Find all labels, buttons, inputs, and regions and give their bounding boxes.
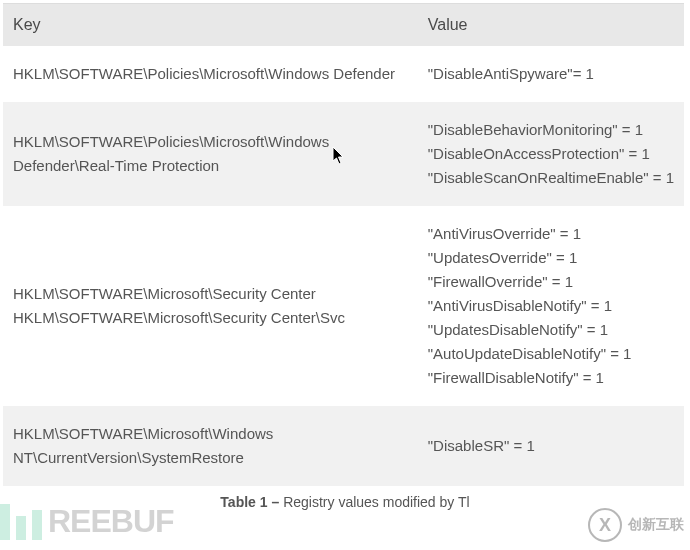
value-text: "DisableScanOnRealtimeEnable" = 1 [428, 166, 674, 190]
value-text: "UpdatesOverride" = 1 [428, 246, 674, 270]
value-text: "DisableBehaviorMonitoring" = 1 [428, 118, 674, 142]
value-text: "DisableAntiSpyware"= 1 [428, 62, 674, 86]
key-text: HKLM\SOFTWARE\Policies\Microsoft\Windows… [13, 130, 408, 178]
header-key: Key [3, 4, 418, 47]
key-cell: HKLM\SOFTWARE\Microsoft\Windows NT\Curre… [3, 406, 418, 486]
value-text: "AutoUpdateDisableNotify" = 1 [428, 342, 674, 366]
value-cell: "DisableBehaviorMonitoring" = 1 "Disable… [418, 102, 684, 206]
watermark-right-text: 创新互联 [628, 516, 684, 534]
caption-label: Table 1 – [220, 494, 283, 510]
key-text: HKLM\SOFTWARE\Policies\Microsoft\Windows… [13, 62, 408, 86]
key-text: HKLM\SOFTWARE\Microsoft\Security Center [13, 282, 408, 306]
table-row: HKLM\SOFTWARE\Policies\Microsoft\Windows… [3, 46, 684, 102]
key-cell: HKLM\SOFTWARE\Policies\Microsoft\Windows… [3, 102, 418, 206]
value-text: "UpdatesDisableNotify" = 1 [428, 318, 674, 342]
registry-table: Key Value HKLM\SOFTWARE\Policies\Microso… [3, 3, 684, 486]
table-caption: Table 1 – Registry values modified by Tl [0, 486, 690, 510]
watermark-glyph-icon: X [588, 508, 622, 542]
key-cell: HKLM\SOFTWARE\Microsoft\Security Center … [3, 206, 418, 406]
key-text: HKLM\SOFTWARE\Microsoft\Security Center\… [13, 306, 408, 330]
value-text: "AntiVirusOverride" = 1 [428, 222, 674, 246]
key-text: HKLM\SOFTWARE\Microsoft\Windows NT\Curre… [13, 422, 408, 470]
key-cell: HKLM\SOFTWARE\Policies\Microsoft\Windows… [3, 46, 418, 102]
value-text: "AntiVirusDisableNotify" = 1 [428, 294, 674, 318]
table-row: HKLM\SOFTWARE\Microsoft\Security Center … [3, 206, 684, 406]
table-row: HKLM\SOFTWARE\Policies\Microsoft\Windows… [3, 102, 684, 206]
value-cell: "DisableAntiSpyware"= 1 [418, 46, 684, 102]
value-cell: "DisableSR" = 1 [418, 406, 684, 486]
header-value: Value [418, 4, 684, 47]
value-text: "FirewallDisableNotify" = 1 [428, 366, 674, 390]
value-text: "DisableSR" = 1 [428, 434, 674, 458]
watermark-right: X 创新互联 [588, 508, 684, 542]
caption-text: Registry values modified by Tl [283, 494, 469, 510]
value-cell: "AntiVirusOverride" = 1 "UpdatesOverride… [418, 206, 684, 406]
value-text: "DisableOnAccessProtection" = 1 [428, 142, 674, 166]
header-row: Key Value [3, 4, 684, 47]
value-text: "FirewallOverride" = 1 [428, 270, 674, 294]
table-row: HKLM\SOFTWARE\Microsoft\Windows NT\Curre… [3, 406, 684, 486]
